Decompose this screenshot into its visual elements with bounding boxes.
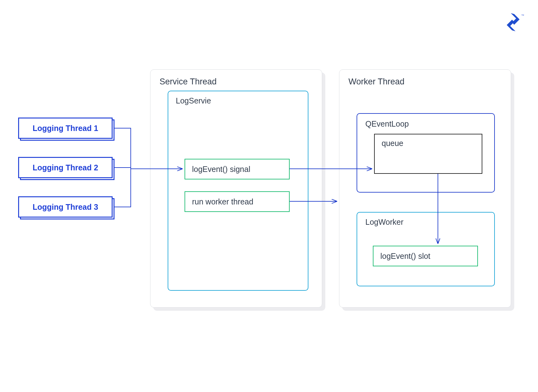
- log-service-box: [168, 91, 308, 291]
- qeventloop-title: QEventLoop: [365, 119, 409, 128]
- toptal-logo-icon: [507, 13, 520, 33]
- logevent-slot-box: logEvent() slot: [373, 246, 478, 266]
- worker-thread-title: Worker Thread: [348, 77, 404, 87]
- logging-thread-2: Logging Thread 2: [18, 157, 113, 178]
- logging-thread-3: Logging Thread 3: [18, 196, 113, 218]
- logevent-signal-box: logEvent() signal: [185, 159, 290, 179]
- log-service-title: LogServie: [176, 96, 211, 105]
- service-thread-title: Service Thread: [160, 77, 217, 87]
- logworker-title: LogWorker: [365, 218, 404, 227]
- logging-thread-label: Logging Thread 3: [18, 196, 113, 218]
- logging-thread-1: Logging Thread 1: [18, 118, 113, 139]
- logging-thread-label: Logging Thread 1: [18, 118, 113, 139]
- trademark-symbol: ™: [521, 14, 524, 17]
- run-worker-thread-box: run worker thread: [185, 191, 290, 212]
- logging-thread-label: Logging Thread 2: [18, 157, 113, 178]
- queue-box: queue: [374, 134, 482, 174]
